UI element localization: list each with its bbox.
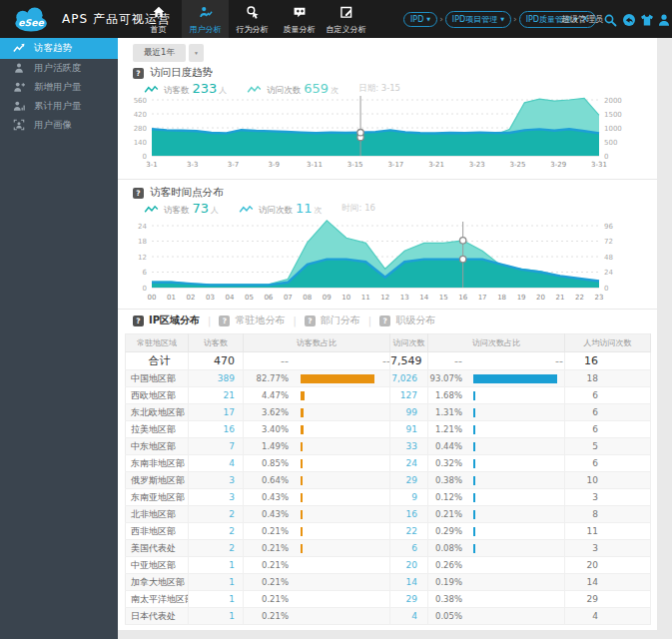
visitors-value[interactable]: 1: [189, 591, 244, 608]
visits-share-bar: [473, 374, 557, 383]
behavior-analysis-icon: [246, 4, 260, 23]
help-icon[interactable]: ?: [133, 188, 144, 199]
help-icon: ?: [219, 316, 230, 326]
svg-text:3-29: 3-29: [550, 161, 566, 169]
profile-icon[interactable]: [657, 12, 671, 26]
visits-value[interactable]: 127: [390, 387, 428, 404]
line-series-icon: [144, 205, 159, 214]
visits-value[interactable]: 16: [390, 506, 428, 523]
date-range-button[interactable]: 最近1年: [133, 44, 186, 62]
visitors-value[interactable]: 16: [189, 421, 244, 438]
hourly-distribution-chart[interactable]: 2496187212486240000010203040506070809101…: [118, 214, 657, 308]
visits-value[interactable]: 6: [390, 540, 428, 557]
visitors-share-bar: [301, 476, 303, 485]
visitors-value[interactable]: 4: [189, 455, 244, 472]
date-range-caret-button[interactable]: ▼: [189, 44, 204, 62]
table-row: 美国代表处20.21%60.08%3: [126, 540, 651, 557]
visits-value[interactable]: 22: [390, 523, 428, 540]
visitors-value[interactable]: 2: [189, 540, 244, 557]
visits-value[interactable]: 7,026: [390, 370, 428, 387]
visitors-share: 0.21%: [244, 543, 289, 553]
table-row: 俄罗斯地区部30.64%290.38%10: [126, 472, 651, 489]
visits-value[interactable]: 29: [390, 472, 428, 489]
svg-text:1500: 1500: [604, 111, 622, 119]
visitors-share: 82.77%: [244, 373, 289, 383]
visitor-trend-icon: [13, 42, 25, 56]
nav-item-custom-analysis[interactable]: 自定义分析: [323, 0, 369, 38]
table-row: 南太平洋地区部10.21%290.38%29: [126, 591, 651, 608]
table-header-row: 常驻地区域访客数访客数占比访问次数访问次数占比人均访问次数: [126, 334, 651, 352]
sidebar-item-visitor-trend[interactable]: 访客趋势: [0, 38, 118, 59]
nav-item-behavior-analysis[interactable]: 行为分析: [229, 0, 276, 38]
tab-部门分布[interactable]: ?部门分布: [305, 314, 360, 327]
visits-value[interactable]: 24: [390, 455, 428, 472]
visits-share: 1.68%: [428, 390, 462, 400]
help-icon[interactable]: ?: [133, 68, 144, 79]
toolbar: 最近1年 ▼: [133, 44, 204, 62]
daily-trend-chart[interactable]: 560200042015002801000140500003-13-33-73-…: [118, 94, 657, 178]
sidebar-item-user-activity[interactable]: 用户活跃度: [0, 59, 118, 78]
visits-share: 0.38%: [428, 594, 462, 604]
visitors-value[interactable]: 3: [189, 489, 244, 506]
tab-IP区域分布[interactable]: ?IP区域分布: [133, 314, 200, 327]
nav-item-user-analysis[interactable]: 用户分析: [182, 0, 229, 38]
visits-value[interactable]: 99: [390, 404, 428, 421]
visits-value[interactable]: 14: [390, 574, 428, 591]
svg-text:12: 12: [380, 294, 389, 302]
visits-value[interactable]: 33: [390, 438, 428, 455]
region-table: 常驻地区域访客数访客数占比访问次数访问次数占比人均访问次数 合计470----7…: [125, 333, 651, 625]
svg-text:3-23: 3-23: [469, 161, 485, 169]
breadcrumb-pill[interactable]: IPD▼: [403, 12, 437, 27]
user-activity-icon: [13, 62, 25, 76]
visitors-value[interactable]: 1: [189, 608, 244, 625]
column-header: 访客数: [189, 334, 244, 352]
logo[interactable]: eSee: [8, 4, 56, 34]
nav-item-quality-analysis[interactable]: 质量分析: [276, 0, 323, 38]
sidebar-item-user-portrait[interactable]: 用户画像: [0, 116, 118, 135]
svg-text:19: 19: [517, 294, 526, 302]
region-name: 西非地区部: [126, 523, 189, 540]
region-name: 北非地区部: [126, 506, 189, 523]
visitors-value[interactable]: 21: [189, 387, 244, 404]
visitors-value[interactable]: 1: [189, 557, 244, 574]
visits-value[interactable]: 29: [390, 591, 428, 608]
visitors-value[interactable]: 3: [189, 472, 244, 489]
page: eSee APS 产品可视运营 首页用户分析行为分析质量分析自定义分析 IPD▼…: [0, 0, 672, 639]
visits-share: 0.38%: [428, 475, 462, 485]
cloud-logo-icon: eSee: [8, 4, 56, 34]
sidebar-item-total-users[interactable]: 累计用户量: [0, 97, 118, 116]
svg-text:3-3: 3-3: [187, 161, 198, 169]
visitors-value[interactable]: 17: [189, 404, 244, 421]
tab-职级分布[interactable]: ?职级分布: [379, 314, 435, 327]
visitors-share-bar: [301, 408, 304, 417]
visitors-value[interactable]: 2: [189, 523, 244, 540]
visits-share-bar: [473, 544, 475, 553]
theme-icon[interactable]: [640, 12, 654, 26]
sidebar-item-new-users[interactable]: 新增用户量: [0, 78, 118, 97]
visitors-value[interactable]: 7: [189, 438, 244, 455]
visits-share-bar: [473, 476, 475, 485]
visitors-value[interactable]: 2: [189, 506, 244, 523]
svg-text:3-21: 3-21: [428, 161, 444, 169]
visits-share-bar: [473, 527, 475, 536]
visits-value[interactable]: 9: [390, 489, 428, 506]
search-icon[interactable]: [603, 12, 617, 26]
region-name: 中国地区部: [126, 370, 189, 387]
message-icon[interactable]: [622, 12, 636, 26]
top-navbar: eSee APS 产品可视运营 首页用户分析行为分析质量分析自定义分析 IPD▼…: [0, 0, 672, 38]
sidebar-item-label: 访客趋势: [34, 42, 72, 55]
visitors-value[interactable]: 389: [189, 370, 244, 387]
table-total-row: 合计470----7,549----16: [126, 352, 651, 370]
visits-value[interactable]: 91: [390, 421, 428, 438]
avg-visits-value: 11: [565, 523, 651, 540]
quality-analysis-icon: [293, 4, 307, 23]
visitors-share-bar: [301, 459, 303, 468]
visits-value[interactable]: 4: [390, 608, 428, 625]
svg-text:72: 72: [604, 238, 613, 246]
visits-value[interactable]: 20: [390, 557, 428, 574]
nav-item-home[interactable]: 首页: [135, 0, 182, 38]
breadcrumb-pill[interactable]: IPD项目管理▼: [445, 11, 511, 28]
visitors-value[interactable]: 1: [189, 574, 244, 591]
avg-visits-value: 5: [565, 438, 651, 455]
tab-常驻地分布[interactable]: ?常驻地分布: [219, 314, 285, 327]
